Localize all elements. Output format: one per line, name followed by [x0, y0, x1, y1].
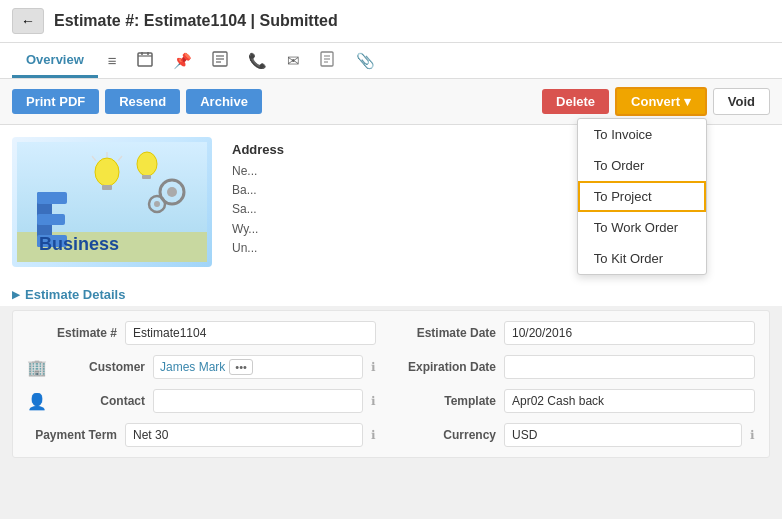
contact-value[interactable] — [153, 389, 363, 413]
customer-icon: 🏢 — [27, 358, 47, 377]
estimate-date-row: Estimate Date 10/20/2016 — [406, 321, 755, 345]
customer-label: Customer — [55, 360, 145, 374]
estimate-num-label: Estimate # — [27, 326, 117, 340]
template-label: Template — [406, 394, 496, 408]
back-button[interactable]: ← — [12, 8, 44, 34]
tabs-bar: Overview ≡ 📌 📞 ✉ 📎 — [0, 43, 782, 79]
svg-point-28 — [154, 201, 160, 207]
tab-phone-icon[interactable]: 📞 — [238, 44, 277, 78]
contact-icon: 👤 — [27, 392, 47, 411]
template-value[interactable]: Apr02 Cash back — [504, 389, 755, 413]
tab-overview[interactable]: Overview — [12, 44, 98, 78]
expiration-date-label: Expiration Date — [406, 360, 496, 374]
business-illustration: Business — [17, 142, 207, 262]
estimate-details-form: Estimate # Estimate1104 Estimate Date 10… — [12, 310, 770, 458]
estimate-date-value[interactable]: 10/20/2016 — [504, 321, 755, 345]
tab-checklist-icon[interactable] — [202, 43, 238, 78]
estimate-num-value[interactable]: Estimate1104 — [125, 321, 376, 345]
convert-button[interactable]: Convert ▾ — [615, 87, 707, 116]
estimate-details-section-title[interactable]: ▶ Estimate Details — [12, 287, 770, 302]
tab-pin-icon[interactable]: 📌 — [163, 44, 202, 78]
convert-wrapper: Convert ▾ To Invoice To Order To Project… — [615, 87, 707, 116]
svg-rect-19 — [102, 185, 112, 190]
convert-to-invoice[interactable]: To Invoice — [578, 119, 706, 150]
svg-point-23 — [137, 152, 157, 176]
action-bar: Print PDF Resend Archive Delete Convert … — [0, 79, 782, 125]
customer-info-icon[interactable]: ℹ — [371, 360, 376, 374]
estimate-num-row: Estimate # Estimate1104 — [27, 321, 376, 345]
delete-button[interactable]: Delete — [542, 89, 609, 114]
top-bar: ← Estimate #: Estimate1104 | Submitted — [0, 0, 782, 43]
archive-button[interactable]: Archive — [186, 89, 262, 114]
contact-row: 👤 Contact ℹ — [27, 389, 376, 413]
business-image: Business — [12, 137, 212, 267]
customer-dots-button[interactable]: ••• — [229, 359, 253, 375]
convert-to-work-order[interactable]: To Work Order — [578, 212, 706, 243]
currency-label: Currency — [406, 428, 496, 442]
customer-value-field[interactable]: James Mark ••• — [153, 355, 363, 379]
back-icon: ← — [21, 13, 35, 29]
section-divider: ▶ Estimate Details — [0, 279, 782, 306]
customer-link[interactable]: James Mark — [160, 360, 225, 374]
expiration-date-value[interactable] — [504, 355, 755, 379]
print-pdf-button[interactable]: Print PDF — [12, 89, 99, 114]
contact-label: Contact — [55, 394, 145, 408]
svg-text:Business: Business — [39, 234, 119, 254]
convert-to-order[interactable]: To Order — [578, 150, 706, 181]
svg-point-18 — [95, 158, 119, 186]
svg-rect-15 — [37, 192, 67, 204]
resend-button[interactable]: Resend — [105, 89, 180, 114]
currency-info-icon[interactable]: ℹ — [750, 428, 755, 442]
svg-rect-24 — [142, 175, 151, 179]
payment-term-value[interactable]: Net 30 — [125, 423, 363, 447]
page-title: Estimate #: Estimate1104 | Submitted — [54, 12, 338, 30]
section-title-text: Estimate Details — [25, 287, 125, 302]
tab-attachment-icon[interactable]: 📎 — [346, 44, 385, 78]
currency-value[interactable]: USD — [504, 423, 742, 447]
convert-to-kit-order[interactable]: To Kit Order — [578, 243, 706, 274]
svg-rect-0 — [138, 53, 152, 66]
payment-term-row: Payment Term Net 30 ℹ — [27, 423, 376, 447]
svg-rect-16 — [37, 214, 65, 225]
estimate-date-label: Estimate Date — [406, 326, 496, 340]
payment-term-info-icon[interactable]: ℹ — [371, 428, 376, 442]
tab-calendar-icon[interactable] — [127, 43, 163, 78]
currency-row: Currency USD ℹ — [406, 423, 755, 447]
tab-list-icon[interactable]: ≡ — [98, 44, 127, 77]
template-row: Template Apr02 Cash back — [406, 389, 755, 413]
customer-row: 🏢 Customer James Mark ••• ℹ — [27, 355, 376, 379]
form-grid: Estimate # Estimate1104 Estimate Date 10… — [27, 321, 755, 447]
payment-term-label: Payment Term — [27, 428, 117, 442]
expiration-date-row: Expiration Date — [406, 355, 755, 379]
section-chevron-icon: ▶ — [12, 289, 20, 300]
tab-note-icon[interactable] — [310, 43, 346, 78]
convert-dropdown-menu: To Invoice To Order To Project To Work O… — [577, 118, 707, 275]
void-button[interactable]: Void — [713, 88, 770, 115]
svg-point-26 — [167, 187, 177, 197]
convert-to-project[interactable]: To Project — [578, 181, 706, 212]
tab-email-icon[interactable]: ✉ — [277, 44, 310, 78]
contact-info-icon[interactable]: ℹ — [371, 394, 376, 408]
